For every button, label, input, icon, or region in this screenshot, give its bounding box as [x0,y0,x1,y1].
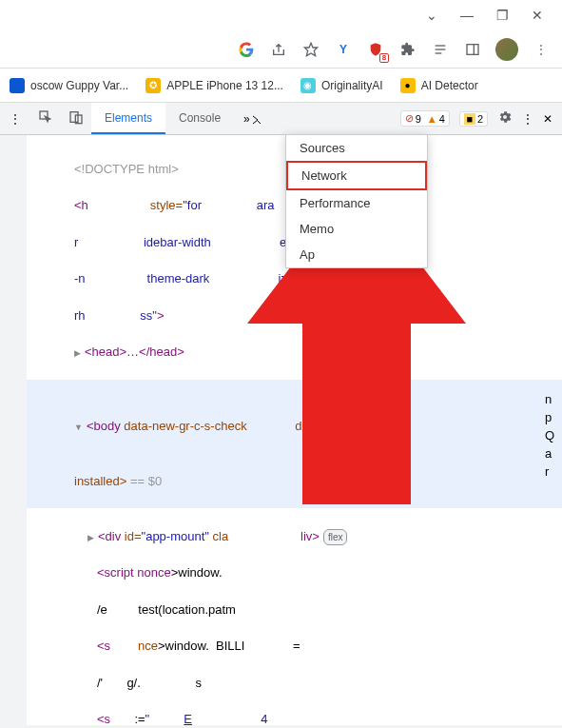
window-dropdown[interactable]: ⌄ [426,8,437,23]
bookmark-item[interactable]: oscow Guppy Var... [10,78,128,93]
bookmark-label: APPLE iPhone 13 12... [166,79,283,92]
google-icon[interactable] [237,40,256,59]
code-line[interactable]: <div id="app-mount" cla liv>flex [74,527,562,545]
device-toggle-icon[interactable] [61,109,91,128]
collapse-caret[interactable] [74,419,83,433]
devtools-toolbar: ⋮ Elements Console » ⊘ 9 ▲ 4 ■ 2 ⋮ ✕ [0,103,562,135]
window-controls: ⌄ — ❐ ✕ [0,0,562,30]
svg-marker-0 [304,43,317,55]
expand-caret[interactable] [87,529,94,543]
code-line: rh ss"> [74,306,562,325]
bookmarks-bar: oscow Guppy Var... ✪ APPLE iPhone 13 12.… [0,69,562,103]
share-icon[interactable] [269,40,288,59]
bookmark-label: AI Detector [421,79,478,92]
avatar[interactable] [495,38,518,61]
star-icon[interactable] [301,40,320,59]
code-line: <s :=" E 4 [74,710,562,725]
shield-badge: 8 [379,53,389,63]
menu-item-network[interactable]: Network [286,161,427,190]
bookmark-item[interactable]: ✪ APPLE iPhone 13 12... [145,78,283,93]
bookmark-label: OriginalityAI [321,79,383,92]
devtools-menu-icon[interactable]: ⋮ [10,112,21,126]
tabs-overflow-button[interactable]: » [234,112,260,126]
bookmark-favicon [10,78,25,93]
right-letters: n p Q a r [545,390,554,481]
code-line: /e test(location.patm [74,600,562,619]
issues-icon: ■ [464,113,475,125]
reading-list-icon[interactable] [431,40,450,59]
code-line: <script nonce>window. [74,563,562,581]
selected-node[interactable]: <body data-new-gr-c-s-check data-gr-ext-… [27,380,562,509]
close-button[interactable]: ✕ [532,8,543,23]
svg-rect-7 [70,112,78,123]
expand-caret[interactable] [74,344,81,359]
browser-toolbar: Y 8 ⋮ [0,30,562,69]
shield-icon[interactable]: 8 [366,40,385,59]
warning-icon: ▲ [427,113,437,125]
bookmark-item[interactable]: ● AI Detector [400,78,478,93]
side-panel-icon[interactable] [463,40,482,59]
tab-console[interactable]: Console [165,103,234,134]
error-warning-badges[interactable]: ⊘ 9 ▲ 4 [400,110,450,127]
inspect-icon[interactable] [30,109,61,128]
bookmark-label: oscow Guppy Var... [30,79,128,92]
puzzle-icon[interactable] [398,40,417,59]
menu-item-application[interactable]: Ap [286,242,427,267]
bookmark-favicon: ✪ [145,78,161,93]
blue-y-icon[interactable]: Y [334,40,353,59]
issues-count: 2 [477,113,483,125]
code-line: /' g/. s [74,674,562,692]
issues-badge[interactable]: ■ 2 [459,111,488,127]
bookmark-favicon: ● [400,78,416,93]
warning-count: 4 [439,113,445,125]
menu-item-performance[interactable]: Performance [286,190,427,216]
minimize-button[interactable]: — [460,8,474,23]
code-line[interactable]: <head>…</head> [74,343,562,361]
error-icon: ⊘ [405,112,414,125]
maximize-button[interactable]: ❐ [496,8,509,23]
tabs-overflow-menu: Sources Network Performance Memo Ap [285,134,428,268]
bookmark-favicon: ◉ [300,78,316,93]
flex-badge[interactable]: flex [323,529,348,545]
menu-item-sources[interactable]: Sources [286,135,427,161]
menu-icon[interactable]: ⋮ [532,40,551,59]
bookmark-item[interactable]: ◉ OriginalityAI [300,78,383,93]
code-line: -n theme-dark ize [74,269,562,287]
code-line: <s nce>window. BILLI = [74,637,562,655]
svg-rect-4 [467,44,478,54]
devtools-more-icon[interactable]: ⋮ [522,112,533,126]
settings-icon[interactable] [497,109,513,128]
elements-panel[interactable]: <!DOCTYPE html> <h style="for ara r ideb… [0,135,562,725]
devtools-close-icon[interactable]: ✕ [543,112,552,126]
tab-elements[interactable]: Elements [91,103,165,134]
menu-item-memory[interactable]: Memo [286,216,427,242]
error-count: 9 [416,113,421,125]
